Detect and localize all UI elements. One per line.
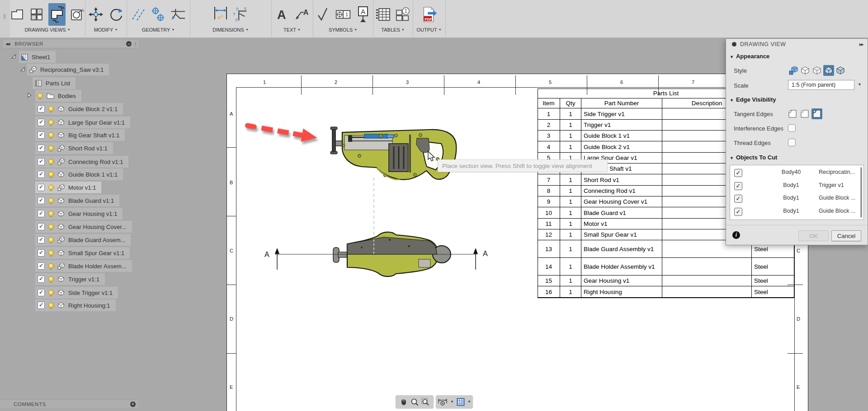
lightbulb-icon[interactable] — [38, 93, 43, 98]
text-icon[interactable]: A — [274, 5, 290, 24]
output-pdf-icon[interactable]: PDF — [421, 5, 437, 24]
dialog-expand-icon[interactable]: ▶▶ — [859, 42, 863, 47]
section-appearance[interactable]: ▼Appearance — [730, 53, 769, 60]
browser-row-strip[interactable]: ✓Short Rod v1:1 — [35, 142, 113, 154]
move-icon[interactable] — [88, 5, 104, 24]
browser-item-label[interactable]: Short Rod v1:1 — [68, 145, 108, 152]
browser-item-label[interactable]: Large Spur Gear v1:1 — [68, 119, 125, 126]
browser-item-motor-v1-1[interactable]: ✓Motor v1:1 — [0, 182, 138, 193]
chevron-down-icon[interactable]: ▼ — [467, 400, 471, 404]
zoom-icon[interactable] — [410, 398, 419, 406]
datum-identifier-icon[interactable]: 1 — [335, 5, 351, 24]
toolbar-group-label[interactable]: SYMBOLS▼ — [313, 27, 373, 33]
objects-to-cut-row[interactable]: ✓Body1Guide Block ... — [730, 206, 863, 218]
section-view-icon[interactable]: AA — [48, 3, 66, 26]
browser-item-large-spur-gear-v1-1[interactable]: ✓Large Spur Gear v1:1 — [0, 117, 138, 128]
browser-row-strip[interactable]: ✓Blade Guard Assem... — [35, 234, 131, 246]
lightbulb-icon[interactable] — [48, 250, 54, 256]
toolbar-group-label[interactable]: TEXT▼ — [271, 27, 313, 33]
toolbar-group-label[interactable]: GEOMETRY▼ — [127, 27, 190, 33]
objects-list-scrollbar[interactable] — [860, 167, 862, 218]
cancel-button[interactable]: Cancel — [831, 230, 861, 241]
visibility-checkbox[interactable]: ✓ — [38, 105, 45, 112]
toolbar-group-label[interactable]: OUTPUT▼ — [413, 27, 445, 33]
object-cut-checkbox[interactable]: ✓ — [734, 169, 742, 177]
browser-item-label[interactable]: Blade Guard v1:1 — [68, 197, 114, 204]
browser-item-big-gear-shaft-v1-1[interactable]: ✓Big Gear Shaft v1:1 — [0, 129, 138, 141]
visibility-checkbox[interactable]: ✓ — [38, 236, 45, 243]
browser-item-folder[interactable]: Bodies — [0, 90, 138, 102]
browser-row-strip[interactable]: ✓Large Spur Gear v1:1 — [35, 117, 130, 128]
visibility-checkbox[interactable]: ✓ — [38, 119, 45, 126]
section-edge-visibility[interactable]: ▼Edge Visibility — [730, 96, 776, 103]
leader-text-icon[interactable]: A — [294, 5, 310, 24]
browser-row-strip[interactable]: ✓Blade Guard v1:1 — [35, 195, 119, 206]
browser-item-assembly[interactable]: Reciprocating_Saw v3:1 — [0, 64, 138, 75]
objects-to-cut-row[interactable]: ✓Body1Guide Block ... — [730, 192, 863, 205]
browser-item-guide-block-1-v1-1[interactable]: ✓Guide Block 1 v1:1 — [0, 168, 138, 180]
visibility-checkbox[interactable]: ✓ — [38, 171, 45, 178]
browser-item-label[interactable]: Small Spur Gear v1:1 — [68, 250, 124, 257]
lightbulb-icon[interactable] — [48, 224, 54, 229]
browser-item-gear-housing-cover[interactable]: ✓Gear Housing Cover... — [0, 221, 138, 233]
feature-frame-icon[interactable]: A — [355, 5, 371, 24]
edge-extension-icon[interactable] — [170, 5, 186, 24]
visibility-checkbox[interactable]: ✓ — [38, 158, 45, 165]
browser-item-label[interactable]: Guide Block 2 v1:1 — [68, 106, 118, 112]
lightbulb-icon[interactable] — [48, 276, 54, 282]
comments-expand-icon[interactable]: + — [130, 402, 136, 407]
ordinate-dimension-icon[interactable]: 0XY0 — [233, 5, 248, 24]
browser-row-strip[interactable]: Parts List — [33, 77, 75, 89]
visibility-checkbox[interactable]: ✓ — [38, 197, 45, 204]
browser-row-strip[interactable]: ✓Motor v1:1 — [35, 182, 101, 193]
browser-item-label[interactable]: Trigger v1:1 — [68, 276, 99, 283]
style-parent-icon[interactable] — [788, 65, 799, 76]
browser-panel-header[interactable]: ◀◀ BROWSER – ‖ — [3, 40, 138, 48]
toolbar-grip[interactable]: ‖ — [0, 0, 10, 37]
scale-dropdown-caret[interactable]: ▼ — [858, 82, 862, 87]
thread-edges-checkbox[interactable] — [788, 139, 796, 146]
browser-item-label[interactable]: Parts List — [46, 80, 70, 87]
tangent-off-icon[interactable] — [811, 108, 822, 119]
scale-dropdown[interactable]: 1:5 (From parent) — [788, 80, 854, 90]
balloon-icon[interactable]: 1 — [395, 5, 410, 24]
browser-item-connecting-rod-v1-1[interactable]: ✓Connecting Rod v1:1 — [0, 156, 138, 168]
objects-to-cut-row[interactable]: ✓Body1Trigger v1 — [730, 180, 863, 192]
browser-item-label[interactable]: Gear Housing v1:1 — [68, 210, 117, 217]
info-icon[interactable]: i — [732, 231, 740, 239]
style-hidden-edges-icon[interactable] — [811, 65, 822, 76]
base-view-icon[interactable] — [10, 5, 25, 24]
lightbulb-icon[interactable] — [48, 132, 54, 138]
browser-row-strip[interactable]: Sheet1 — [19, 51, 56, 63]
browser-item-sheet[interactable]: Sheet1 — [0, 51, 138, 63]
browser-minimize-icon[interactable]: – — [126, 41, 132, 47]
lightbulb-icon[interactable] — [48, 120, 54, 125]
table-icon[interactable] — [375, 5, 391, 24]
lightbulb-icon[interactable] — [48, 237, 54, 243]
lightbulb-icon[interactable] — [48, 185, 54, 190]
browser-item-guide-block-2-v1-1[interactable]: ✓Guide Block 2 v1:1 — [0, 103, 138, 115]
browser-row-strip[interactable]: Bodies — [35, 90, 81, 102]
browser-item-label[interactable]: Connecting Rod v1:1 — [68, 159, 123, 165]
browser-row-strip[interactable]: ✓Side Trigger v1:1 — [35, 287, 118, 299]
drawing-view-dialog-header[interactable]: DRAWING VIEW ▶▶ — [726, 39, 868, 50]
browser-item-label[interactable]: Guide Block 1 v1:1 — [68, 171, 118, 178]
style-shaded-hidden-icon[interactable] — [835, 65, 846, 76]
browser-item-label[interactable]: Gear Housing Cover... — [68, 224, 127, 230]
lightbulb-icon[interactable] — [48, 303, 54, 308]
comments-bar[interactable]: COMMENTS + — [0, 399, 138, 408]
interference-edges-checkbox[interactable] — [788, 124, 796, 132]
browser-item-label[interactable]: Reciprocating_Saw v3:1 — [40, 66, 104, 73]
dimension-icon[interactable]: ✳✳ — [213, 5, 228, 24]
visibility-checkbox[interactable]: ✓ — [38, 262, 45, 270]
expander-open-icon[interactable] — [11, 54, 17, 60]
toolbar-group-label[interactable]: DRAWING VIEWS▼ — [10, 27, 85, 33]
browser-item-blade-guard-assem[interactable]: ✓Blade Guard Assem... — [0, 234, 138, 246]
toolbar-group-label[interactable]: TABLES▼ — [373, 27, 413, 33]
browser-item-side-trigger-v1-1[interactable]: ✓Side Trigger v1:1 — [0, 287, 138, 299]
visibility-checkbox[interactable]: ✓ — [38, 184, 45, 191]
browser-item-label[interactable]: Bodies — [58, 93, 76, 99]
browser-row-strip[interactable]: ✓Gear Housing v1:1 — [35, 208, 123, 220]
browser-row-strip[interactable]: ✓Guide Block 2 v1:1 — [35, 103, 123, 115]
expander-closed-icon[interactable] — [27, 93, 33, 98]
